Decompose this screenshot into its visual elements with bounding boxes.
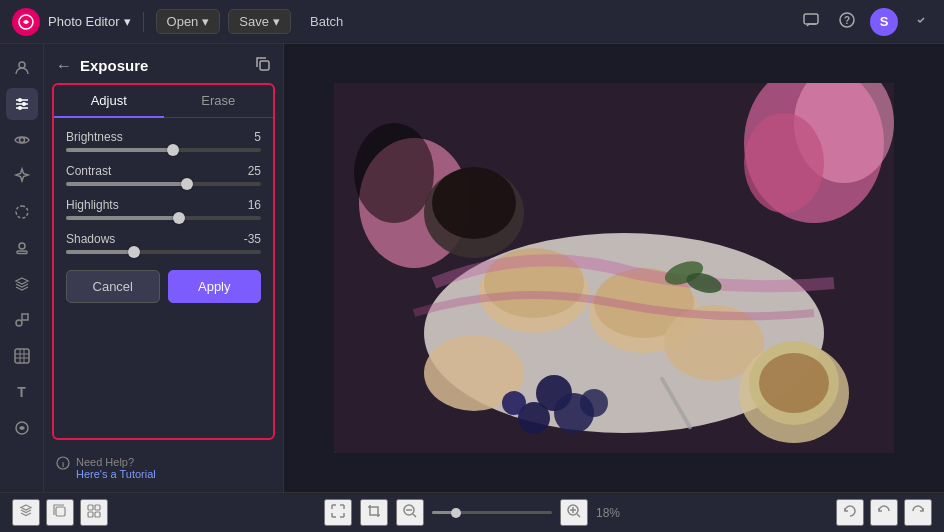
svg-text:?: ?: [844, 15, 850, 26]
info-icon: i: [56, 456, 70, 470]
save-chevron: ▾: [273, 14, 280, 29]
action-buttons: Cancel Apply: [54, 262, 273, 315]
topbar-right: ? S: [798, 7, 932, 37]
tab-row: Adjust Erase: [54, 85, 273, 118]
save-button[interactable]: Save ▾: [228, 9, 291, 34]
zoom-percent: 18%: [596, 506, 620, 520]
shadows-track[interactable]: [66, 250, 261, 254]
open-chevron: ▾: [202, 14, 209, 29]
svg-text:i: i: [62, 460, 64, 469]
rail-stamp-button[interactable]: [6, 232, 38, 264]
bottom-center: 18%: [116, 499, 828, 526]
crop-icon-button[interactable]: [360, 499, 388, 526]
apply-button[interactable]: Apply: [168, 270, 262, 303]
layers-icon-button[interactable]: [12, 499, 40, 526]
rail-magic-button[interactable]: [6, 160, 38, 192]
batch-label: Batch: [310, 14, 343, 29]
sliders-area: Brightness 5 Contrast 25: [54, 118, 273, 262]
main-area: T ← Exposure Adjust Erase Bri: [0, 44, 944, 492]
back-icon: ←: [56, 57, 72, 74]
contrast-label: Contrast: [66, 164, 111, 178]
panel-content: Adjust Erase Brightness 5: [52, 83, 275, 440]
rail-profile-button[interactable]: [6, 52, 38, 84]
more-options-button[interactable]: [908, 8, 932, 36]
contrast-value: 25: [248, 164, 261, 178]
svg-point-45: [759, 353, 829, 413]
shadows-thumb[interactable]: [128, 246, 140, 258]
tab-erase[interactable]: Erase: [164, 85, 274, 117]
rail-text-button[interactable]: T: [6, 376, 38, 408]
svg-point-10: [18, 106, 22, 110]
grid-icon-button[interactable]: [80, 499, 108, 526]
rail-effects-button[interactable]: [6, 412, 38, 444]
rail-eye-button[interactable]: [6, 124, 38, 156]
topbar: Photo Editor ▾ Open ▾ Save ▾ Batch ? S: [0, 0, 944, 44]
rail-adjust-button[interactable]: [6, 88, 38, 120]
svg-line-62: [577, 514, 580, 517]
svg-rect-55: [95, 512, 100, 517]
shadows-label: Shadows: [66, 232, 115, 246]
contrast-thumb[interactable]: [181, 178, 193, 190]
svg-point-14: [16, 320, 22, 326]
bottombar: 18%: [0, 492, 944, 532]
app-title-dropdown[interactable]: Photo Editor ▾: [48, 14, 131, 29]
highlights-fill: [66, 216, 179, 220]
svg-point-12: [19, 243, 25, 249]
undo-icon-button[interactable]: [870, 499, 898, 526]
canvas-area: [284, 44, 944, 492]
contrast-fill: [66, 182, 187, 186]
zoom-in-icon-button[interactable]: [560, 499, 588, 526]
svg-point-28: [744, 113, 824, 213]
help-link[interactable]: Here's a Tutorial: [76, 468, 156, 480]
app-logo: [12, 8, 40, 36]
copy-icon-button[interactable]: [46, 499, 74, 526]
panel-copy-button[interactable]: [255, 56, 271, 75]
shadows-value: -35: [244, 232, 261, 246]
svg-rect-51: [56, 507, 65, 516]
tab-adjust[interactable]: Adjust: [54, 85, 164, 118]
highlights-thumb[interactable]: [173, 212, 185, 224]
svg-point-41: [580, 389, 608, 417]
brightness-thumb[interactable]: [167, 144, 179, 156]
rail-lasso-button[interactable]: [6, 196, 38, 228]
brightness-slider-row: Brightness 5: [66, 130, 261, 152]
rail-layers-button[interactable]: [6, 268, 38, 300]
zoom-out-icon-button[interactable]: [396, 499, 424, 526]
redo-icon-button[interactable]: [904, 499, 932, 526]
rail-texture-button[interactable]: [6, 340, 38, 372]
open-button[interactable]: Open ▾: [156, 9, 221, 34]
open-label: Open: [167, 14, 199, 29]
svg-rect-52: [88, 505, 93, 510]
svg-point-6: [18, 98, 22, 102]
help-text: Need Help?: [76, 456, 134, 468]
user-avatar[interactable]: S: [870, 8, 898, 36]
svg-point-11: [19, 138, 24, 143]
contrast-track[interactable]: [66, 182, 261, 186]
fullscreen-icon-button[interactable]: [324, 499, 352, 526]
photo-frame: [334, 83, 894, 453]
brightness-track[interactable]: [66, 148, 261, 152]
shadows-fill: [66, 250, 134, 254]
brightness-fill: [66, 148, 173, 152]
save-label: Save: [239, 14, 269, 29]
help-icon-button[interactable]: ?: [834, 7, 860, 37]
exposure-panel: ← Exposure Adjust Erase Brightness 5: [44, 44, 284, 492]
svg-rect-16: [15, 349, 29, 363]
svg-rect-15: [22, 314, 28, 320]
rail-shapes-button[interactable]: [6, 304, 38, 336]
panel-back-button[interactable]: ←: [56, 57, 72, 75]
icon-rail: T: [0, 44, 44, 492]
svg-point-4: [19, 62, 25, 68]
reset-icon-button[interactable]: [836, 499, 864, 526]
divider-1: [143, 12, 144, 32]
chat-icon-button[interactable]: [798, 7, 824, 37]
svg-point-47: [432, 167, 516, 239]
zoom-thumb[interactable]: [451, 508, 461, 518]
highlights-track[interactable]: [66, 216, 261, 220]
zoom-slider[interactable]: [432, 511, 552, 514]
brightness-value: 5: [254, 130, 261, 144]
panel-title: Exposure: [80, 57, 247, 74]
cancel-button[interactable]: Cancel: [66, 270, 160, 303]
batch-button[interactable]: Batch: [299, 9, 354, 34]
svg-point-42: [502, 391, 526, 415]
